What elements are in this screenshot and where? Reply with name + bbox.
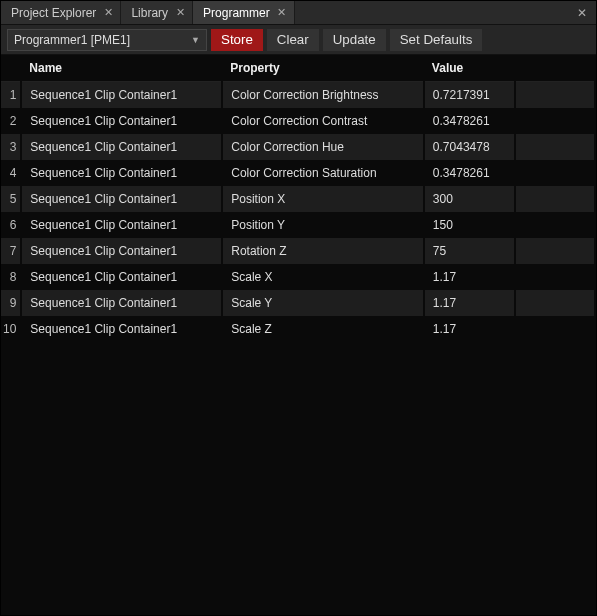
cell-name[interactable]: Sequence1 Clip Container1 xyxy=(21,264,222,290)
cell-value[interactable]: 1.17 xyxy=(424,290,515,316)
cell-name[interactable]: Sequence1 Clip Container1 xyxy=(21,316,222,342)
chevron-down-icon: ▼ xyxy=(191,35,200,45)
cell-name[interactable]: Sequence1 Clip Container1 xyxy=(21,160,222,186)
col-extra xyxy=(515,55,595,82)
programmer-dropdown[interactable]: Programmer1 [PME1] ▼ xyxy=(7,29,207,51)
cell-extra xyxy=(515,238,595,264)
table-row[interactable]: 3Sequence1 Clip Container1Color Correcti… xyxy=(1,134,595,160)
row-number: 6 xyxy=(1,212,21,238)
set-defaults-button[interactable]: Set Defaults xyxy=(390,29,483,51)
cell-property[interactable]: Position Y xyxy=(222,212,424,238)
close-icon[interactable]: ✕ xyxy=(276,6,288,19)
cell-name[interactable]: Sequence1 Clip Container1 xyxy=(21,212,222,238)
table-row[interactable]: 2Sequence1 Clip Container1Color Correcti… xyxy=(1,108,595,134)
table-row[interactable]: 6Sequence1 Clip Container1Position Y150 xyxy=(1,212,595,238)
cell-name[interactable]: Sequence1 Clip Container1 xyxy=(21,290,222,316)
cell-value[interactable]: 0.7217391 xyxy=(424,82,515,109)
row-number: 1 xyxy=(1,82,21,109)
row-number: 7 xyxy=(1,238,21,264)
table-row[interactable]: 1Sequence1 Clip Container1Color Correcti… xyxy=(1,82,595,109)
row-number: 4 xyxy=(1,160,21,186)
cell-extra xyxy=(515,160,595,186)
cell-value[interactable]: 0.3478261 xyxy=(424,108,515,134)
cell-extra xyxy=(515,186,595,212)
cell-name[interactable]: Sequence1 Clip Container1 xyxy=(21,186,222,212)
cell-property[interactable]: Rotation Z xyxy=(222,238,424,264)
cell-name[interactable]: Sequence1 Clip Container1 xyxy=(21,108,222,134)
table-row[interactable]: 5Sequence1 Clip Container1Position X300 xyxy=(1,186,595,212)
close-icon[interactable]: ✕ xyxy=(174,6,186,19)
cell-name[interactable]: Sequence1 Clip Container1 xyxy=(21,238,222,264)
update-button[interactable]: Update xyxy=(323,29,386,51)
row-number: 5 xyxy=(1,186,21,212)
clear-button[interactable]: Clear xyxy=(267,29,319,51)
col-rownum xyxy=(1,55,21,82)
row-number: 8 xyxy=(1,264,21,290)
cell-name[interactable]: Sequence1 Clip Container1 xyxy=(21,82,222,109)
cell-property[interactable]: Color Correction Contrast xyxy=(222,108,424,134)
cell-value[interactable]: 75 xyxy=(424,238,515,264)
tab-label: Project Explorer xyxy=(11,6,96,20)
cell-extra xyxy=(515,316,595,342)
cell-property[interactable]: Position X xyxy=(222,186,424,212)
cell-property[interactable]: Scale Y xyxy=(222,290,424,316)
dropdown-value: Programmer1 [PME1] xyxy=(14,33,130,47)
cell-value[interactable]: 150 xyxy=(424,212,515,238)
cell-property[interactable]: Scale X xyxy=(222,264,424,290)
panel-close-icon[interactable]: ✕ xyxy=(572,1,592,25)
store-button[interactable]: Store xyxy=(211,29,263,51)
tab-programmer[interactable]: Programmer ✕ xyxy=(193,1,295,24)
tab-project-explorer[interactable]: Project Explorer ✕ xyxy=(1,1,121,24)
cell-property[interactable]: Color Correction Saturation xyxy=(222,160,424,186)
row-number: 2 xyxy=(1,108,21,134)
table-row[interactable]: 4Sequence1 Clip Container1Color Correcti… xyxy=(1,160,595,186)
cell-property[interactable]: Scale Z xyxy=(222,316,424,342)
cell-value[interactable]: 300 xyxy=(424,186,515,212)
toolbar: Programmer1 [PME1] ▼ Store Clear Update … xyxy=(1,25,596,55)
table-row[interactable]: 9Sequence1 Clip Container1Scale Y1.17 xyxy=(1,290,595,316)
cell-value[interactable]: 1.17 xyxy=(424,264,515,290)
row-number: 3 xyxy=(1,134,21,160)
tab-bar: Project Explorer ✕ Library ✕ Programmer … xyxy=(1,1,596,25)
col-property[interactable]: Property xyxy=(222,55,424,82)
table-row[interactable]: 8Sequence1 Clip Container1Scale X1.17 xyxy=(1,264,595,290)
cell-extra xyxy=(515,108,595,134)
table-row[interactable]: 10Sequence1 Clip Container1Scale Z1.17 xyxy=(1,316,595,342)
cell-value[interactable]: 1.17 xyxy=(424,316,515,342)
row-number: 10 xyxy=(1,316,21,342)
table-row[interactable]: 7Sequence1 Clip Container1Rotation Z75 xyxy=(1,238,595,264)
cell-extra xyxy=(515,134,595,160)
cell-value[interactable]: 0.7043478 xyxy=(424,134,515,160)
cell-extra xyxy=(515,290,595,316)
cell-extra xyxy=(515,212,595,238)
cell-value[interactable]: 0.3478261 xyxy=(424,160,515,186)
cell-property[interactable]: Color Correction Hue xyxy=(222,134,424,160)
table-container: Name Property Value 1Sequence1 Clip Cont… xyxy=(1,55,596,615)
cell-extra xyxy=(515,264,595,290)
tab-library[interactable]: Library ✕ xyxy=(121,1,193,24)
cell-name[interactable]: Sequence1 Clip Container1 xyxy=(21,134,222,160)
col-value[interactable]: Value xyxy=(424,55,515,82)
tab-label: Programmer xyxy=(203,6,270,20)
close-icon[interactable]: ✕ xyxy=(102,6,114,19)
col-name[interactable]: Name xyxy=(21,55,222,82)
cell-extra xyxy=(515,82,595,109)
tab-label: Library xyxy=(131,6,168,20)
row-number: 9 xyxy=(1,290,21,316)
cell-property[interactable]: Color Correction Brightness xyxy=(222,82,424,109)
properties-table: Name Property Value 1Sequence1 Clip Cont… xyxy=(1,55,596,342)
